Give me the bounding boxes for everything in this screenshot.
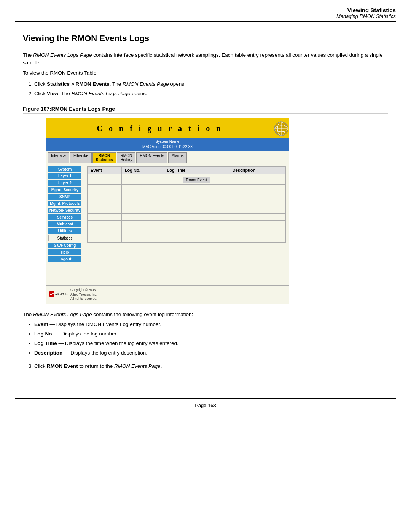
bullet-description: Description — Displays the log entry des…	[34, 349, 388, 358]
tab-alarms[interactable]: Alarms	[168, 152, 187, 163]
sidebar-btn-statistics[interactable]: Statistics	[48, 235, 81, 241]
svg-text:Allied Telesyn: Allied Telesyn	[55, 293, 68, 296]
figure-title: Figure 107:RMON Events Logs Page	[23, 106, 388, 114]
description-bullets: Event — Displays the RMON Events Log ent…	[34, 320, 388, 358]
sidebar-btn-help[interactable]: Help	[48, 249, 81, 255]
sidebar-btn-save-config[interactable]: Save Config	[48, 243, 81, 248]
step3-list: Click RMON Event to return to the RMON E…	[34, 362, 388, 371]
sidebar-btn-network-security[interactable]: Network Security	[48, 208, 81, 213]
description-intro: The RMON Events Logs Page contains the f…	[23, 312, 388, 317]
sidebar-btn-system[interactable]: System	[48, 166, 81, 172]
sidebar-btn-utilities[interactable]: Utilities	[48, 228, 81, 234]
sidebar-btn-mgmt-security[interactable]: Mgmt. Security	[48, 187, 81, 193]
tab-rmon-events[interactable]: RMON Events	[136, 152, 167, 163]
col-description: Description	[229, 166, 285, 174]
sidebar-btn-layer2[interactable]: Layer 2	[48, 180, 81, 186]
step-3: Click RMON Event to return to the RMON E…	[34, 362, 388, 371]
main-content: Viewing the RMON Events Logs The RMON Ev…	[0, 22, 411, 387]
intro-paragraph-2: To view the RMON Events Table:	[23, 69, 388, 77]
tab-etherlike[interactable]: Etherlike	[70, 152, 92, 163]
config-nav-tabs: Interface Etherlike RMONStatistics RMONH…	[46, 151, 289, 163]
step-1: Click Statistics > RMON Events. The RMON…	[34, 80, 388, 89]
svg-text:AT: AT	[50, 292, 54, 296]
config-footer: AT Allied Telesyn Copyright © 2006 Allie…	[46, 285, 289, 304]
system-name-label: System Name	[46, 139, 289, 144]
table-row-empty-4	[88, 206, 286, 213]
sidebar-btn-mgmt-protocols[interactable]: Mgmt. Protocols	[48, 201, 81, 206]
event-log-table: Event Log No. Log Time Description Rmon …	[87, 166, 286, 243]
cell-event	[88, 174, 122, 184]
bullet-event: Event — Displays the RMON Events Log ent…	[34, 320, 388, 329]
header-title: Viewing Statistics	[15, 7, 396, 13]
page-header: Viewing Statistics Managing RMON Statist…	[0, 0, 411, 21]
page-main-title: Viewing the RMON Events Logs	[23, 34, 388, 45]
tab-interface[interactable]: Interface	[48, 152, 69, 163]
bullet-log-no: Log No. — Displays the log number.	[34, 330, 388, 339]
allied-logo-area: AT Allied Telesyn	[49, 291, 68, 297]
bullet-log-time: Log Time — Displays the time when the lo…	[34, 339, 388, 348]
header-subtitle: Managing RMON Statistics	[15, 13, 396, 19]
sidebar-btn-services[interactable]: Services	[48, 214, 81, 220]
mac-address: MAC Addr: 00:00:b0:01:22:33	[46, 144, 289, 150]
steps-list: Click Statistics > RMON Events. The RMON…	[34, 80, 388, 98]
table-row-empty-5	[88, 213, 286, 220]
cell-log-no	[121, 174, 164, 184]
table-row-empty-1	[88, 184, 286, 192]
config-body: System Layer 1 Layer 2 Mgmt. Security SN…	[46, 163, 289, 285]
table-row-empty-6	[88, 220, 286, 228]
globe-icon	[274, 121, 289, 136]
config-title: C o n f i g u r a t i o n	[46, 124, 274, 133]
sidebar-btn-snmp[interactable]: SNMP	[48, 194, 81, 200]
page-number: Page 163	[195, 403, 216, 408]
config-sidebar: System Layer 1 Layer 2 Mgmt. Security SN…	[46, 163, 84, 285]
config-widget: C o n f i g u r a t i o n System Name MA…	[46, 118, 289, 304]
table-row-empty-3	[88, 199, 286, 206]
page-footer: Page 163	[0, 399, 411, 412]
intro-paragraph-1: The RMON Events Logs Page contains inter…	[23, 51, 388, 67]
tab-rmon-history[interactable]: RMONHistory	[117, 152, 135, 163]
table-row: Rmon Event	[88, 174, 286, 184]
col-log-time: Log Time	[164, 166, 229, 174]
col-event: Event	[88, 166, 122, 174]
cell-description	[229, 174, 285, 184]
config-main-area: Event Log No. Log Time Description Rmon …	[84, 163, 289, 285]
table-row-empty-7	[88, 228, 286, 235]
sidebar-btn-logout[interactable]: Logout	[48, 256, 81, 262]
sidebar-btn-layer1[interactable]: Layer 1	[48, 173, 81, 179]
rmon-event-button[interactable]: Rmon Event	[183, 177, 210, 183]
cell-log-time: Rmon Event	[164, 174, 229, 184]
col-log-no: Log No.	[121, 166, 164, 174]
tab-rmon-statistics[interactable]: RMONStatistics	[92, 152, 116, 163]
table-row-empty-8	[88, 235, 286, 242]
step-2: Click View. The RMON Events Logs Page op…	[34, 89, 388, 98]
sidebar-btn-multicast[interactable]: Multicast	[48, 221, 81, 227]
allied-telesyn-logo-icon: AT Allied Telesyn	[49, 291, 68, 297]
table-row-empty-2	[88, 192, 286, 199]
footer-copyright: Copyright © 2006 Allied Telesyn, Inc. Al…	[70, 288, 97, 302]
config-header: C o n f i g u r a t i o n	[46, 118, 289, 138]
system-info-bar: System Name MAC Addr: 00:00:b0:01:22:33	[46, 138, 289, 151]
